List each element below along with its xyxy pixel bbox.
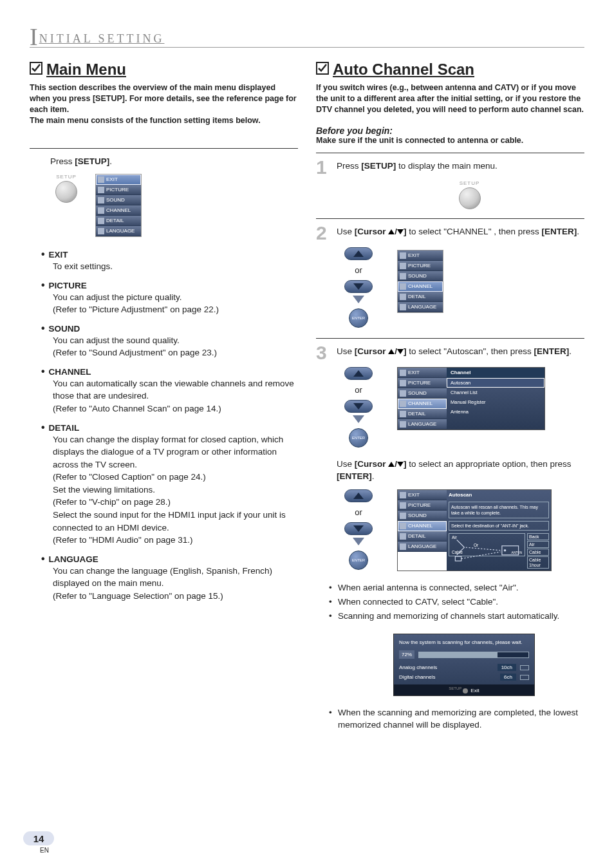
setup-label: SETUP xyxy=(56,174,77,180)
osd-row: DETAIL xyxy=(398,292,443,302)
channel-panel-item: Antenna xyxy=(447,407,544,417)
autoscan-msg1: Autoscan will rescan all channels. This … xyxy=(449,502,549,518)
bullet-picture: •PICTURE You can adjust the picture qual… xyxy=(41,279,298,316)
osd-row: PICTURE xyxy=(398,261,443,271)
osd-row-detail: DETAIL xyxy=(96,216,141,226)
divider xyxy=(316,153,584,153)
step-number-2: 2 xyxy=(316,225,330,241)
right-column: Auto Channel Scan If you switch wires (e… xyxy=(316,54,584,855)
page-header: I NITIAL SETTING xyxy=(30,26,584,48)
svg-rect-4 xyxy=(455,556,461,561)
osd-row-picture: PICTURE xyxy=(96,185,141,195)
enter-button: ENTER xyxy=(349,308,368,328)
channel-panel-item: Channel List xyxy=(447,388,544,397)
bullet-language: •LANGUAGE You can change the language (E… xyxy=(41,553,298,603)
cursor-up-icon xyxy=(388,349,395,354)
osd-row: PICTURE xyxy=(398,378,447,388)
osd-autoscan-panel: EXIT PICTURE SOUND CHANNEL DETAIL LANGUA… xyxy=(397,489,552,572)
cursor-down-button xyxy=(344,400,373,413)
note-air: When aerial antenna is connected, select… xyxy=(329,581,584,594)
autoscan-notes: When aerial antenna is connected, select… xyxy=(329,581,584,623)
down-arrow-icon xyxy=(353,296,364,303)
scan-exit-row: SETUPExit xyxy=(394,684,534,695)
setup-button-graphic: SETUP xyxy=(55,174,77,203)
enter-button: ENTER xyxy=(349,428,368,448)
osd-row: PICTURE xyxy=(398,500,447,511)
bullet-detail: •DETAIL You can change the display forma… xyxy=(41,422,298,547)
osd-row-exit: EXIT xyxy=(96,175,141,185)
header-rest: NITIAL SETTING xyxy=(39,32,165,46)
cursor-down-icon xyxy=(397,462,404,467)
autoscan-diagram: Air Cable Or ANT-IN xyxy=(449,533,525,556)
autoscan-msg2: Select the destination of "ANT-IN" jack. xyxy=(449,521,549,531)
osd-row: SOUND xyxy=(398,271,443,281)
final-note: When the scanning and memorizing are com… xyxy=(329,706,584,731)
cursor-down-icon xyxy=(397,229,404,234)
note-auto-start: Scanning and memorizing of channels star… xyxy=(329,610,584,623)
auto-scan-intro: If you switch wires (e.g., between anten… xyxy=(316,82,584,115)
digital-count: 6ch xyxy=(500,674,516,681)
setup-label: SETUP xyxy=(460,180,480,186)
step-3: 3 Use [Cursor /] to select "Autoscan", t… xyxy=(316,345,584,361)
page-number-value: 14 xyxy=(23,831,54,845)
bullet-exit: •EXIT To exit settings. xyxy=(41,249,298,273)
bullet-sound: •SOUND You can adjust the sound quality.… xyxy=(41,323,298,359)
checkbox-icon xyxy=(30,62,42,77)
page-number: 14 EN xyxy=(23,831,54,854)
autoscan-side-options: Back Air Cable Cable 1hour xyxy=(527,533,549,569)
final-note-list: When the scanning and memorizing are com… xyxy=(329,706,584,733)
cursor-down-button xyxy=(344,280,373,293)
divider xyxy=(30,148,298,149)
divider xyxy=(316,338,584,339)
osd-row-sound: SOUND xyxy=(96,195,141,205)
enter-button: ENTER xyxy=(349,551,368,570)
channel-panel-item: Autoscan xyxy=(447,378,544,388)
down-arrow-icon xyxy=(353,415,364,423)
digital-label: Digital channels xyxy=(399,674,435,680)
down-arrow-icon xyxy=(353,538,364,545)
osd-row: DETAIL xyxy=(398,409,447,419)
bullet-channel: •CHANNEL You can automatically scan the … xyxy=(41,366,298,415)
or-label: or xyxy=(355,507,362,517)
svg-point-3 xyxy=(504,549,507,552)
autoscan-title: Autoscan xyxy=(449,492,549,498)
page-language: EN xyxy=(35,847,54,854)
left-column: Main Menu This section describes the ove… xyxy=(30,54,298,855)
scan-msg: Now the system is scanning for channels,… xyxy=(399,639,529,645)
scan-progress-bar xyxy=(418,652,529,658)
or-label: or xyxy=(355,265,362,275)
checkbox-icon xyxy=(316,62,329,77)
osd-main-menu: EXIT PICTURE SOUND CHANNEL DETAIL LANGUA… xyxy=(95,174,142,237)
channel-panel-item: Manual Register xyxy=(447,397,544,407)
or-label: or xyxy=(355,385,362,395)
note-cable: When connected to CATV, select "Cable". xyxy=(329,596,584,609)
step-2: 2 Use [Cursor /] to select "CHANNEL" , t… xyxy=(316,225,584,241)
channel-panel-title: Channel xyxy=(447,368,544,378)
setup-circle-icon xyxy=(459,187,481,209)
osd-row: LANGUAGE xyxy=(398,419,447,429)
step-number-1: 1 xyxy=(316,160,330,175)
osd-row-selected: CHANNEL xyxy=(398,521,447,531)
scan-progress-osd: Now the system is scanning for channels,… xyxy=(393,634,535,696)
before-you-begin-label: Before you begin: xyxy=(316,126,584,136)
main-menu-title: Main Menu xyxy=(46,61,126,79)
cursor-up-button xyxy=(344,247,373,260)
cursor-up-icon xyxy=(388,229,395,234)
tv-icon xyxy=(520,675,529,680)
osd-row: SOUND xyxy=(398,388,447,399)
cursor-up-icon xyxy=(388,462,395,467)
osd-row: LANGUAGE xyxy=(398,542,447,552)
osd-main-menu-channel: EXIT PICTURE SOUND CHANNEL DETAIL LANGUA… xyxy=(397,250,443,313)
osd-row-channel: CHANNEL xyxy=(96,205,141,216)
before-you-begin-text: Make sure if the unit is connected to an… xyxy=(316,136,584,145)
analog-count: 10ch xyxy=(498,664,516,671)
step-number-3: 3 xyxy=(316,345,330,361)
divider xyxy=(316,218,584,219)
cursor-down-icon xyxy=(397,349,404,354)
osd-row: EXIT xyxy=(398,250,443,261)
scan-percent: 72% xyxy=(399,650,414,659)
osd-row: SOUND xyxy=(398,511,447,521)
osd-row-selected: CHANNEL xyxy=(398,281,443,292)
cursor-up-button xyxy=(344,489,373,502)
setup-circle-icon xyxy=(55,181,77,203)
